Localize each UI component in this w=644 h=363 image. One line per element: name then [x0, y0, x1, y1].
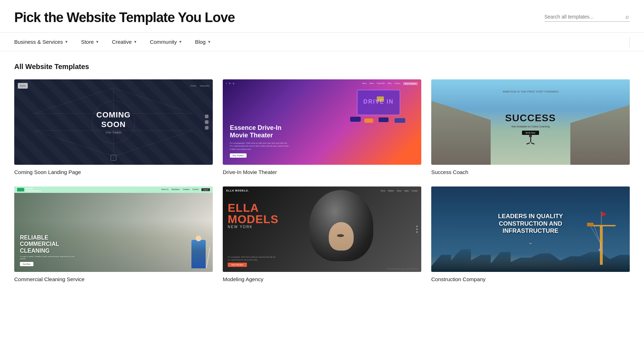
co-headline: LEADERS IN QUALITYCONSTRUCTION ANDINFRAS… [498, 213, 563, 235]
template-thumbnail-cleaning: PLOVERCleaning Services About Us Workpla… [14, 186, 213, 272]
cl-sub: Create a clean, healthy work environment… [20, 256, 77, 260]
nav-label-business-services: Business & Services [14, 39, 63, 45]
svg-line-19 [591, 226, 601, 243]
page-title: Pick the Website Template You Love [14, 10, 235, 25]
nav-item-community[interactable]: Community ▼ [143, 33, 189, 51]
svg-rect-22 [599, 249, 602, 251]
search-input[interactable] [544, 14, 623, 20]
cs-headline: COMINGSOON [96, 110, 131, 129]
template-name-success-coach: Success Coach [431, 169, 630, 175]
svg-rect-20 [587, 223, 593, 226]
nav-label-creative: Creative [112, 39, 132, 45]
nav-item-creative[interactable]: Creative ▼ [105, 33, 143, 51]
cl-worker-figure [191, 240, 206, 268]
cs-sub: STAY TUNED! [106, 131, 122, 134]
template-card-construction[interactable]: SPHERECONSTRUCTIONS HOME SERVICES ABOUT … [431, 186, 630, 282]
template-thumbnail-modeling: ELLA MODELS. Home Models About Apply Con… [223, 186, 421, 272]
svg-line-18 [594, 226, 601, 243]
nav-label-blog: Blog [195, 39, 206, 45]
template-card-modeling[interactable]: ELLA MODELS. Home Models About Apply Con… [223, 186, 421, 282]
template-name-coming-soon: Coming Soon Landing Page [14, 169, 213, 175]
template-name-cleaning: Commercial Cleaning Service [14, 276, 213, 282]
template-thumbnail-coming-soon: Skyline Home Subscribe [14, 79, 213, 165]
template-name-modeling: Modeling Agency [223, 276, 421, 282]
svg-marker-24 [601, 211, 607, 217]
nav-item-store[interactable]: Store ▼ [75, 33, 106, 51]
sc-sub: Now Available for Online Coaching [511, 125, 550, 128]
chevron-down-icon: ▼ [65, 40, 68, 44]
ma-headline: ELLAMODELS [228, 202, 279, 225]
template-card-cleaning[interactable]: PLOVERCleaning Services About Us Workpla… [14, 186, 213, 282]
cl-btn: See More [20, 262, 33, 266]
chevron-down-icon: ▼ [207, 40, 211, 44]
templates-grid: Skyline Home Subscribe [14, 79, 630, 282]
template-thumbnail-drivein: f tw ig About News Snack Bar Blog Contac… [223, 79, 421, 165]
chevron-down-icon: ▼ [133, 40, 137, 44]
chevron-down-icon: ▼ [96, 40, 99, 44]
category-nav: Business & Services ▼ Store ▼ Creative ▼… [0, 33, 644, 51]
template-card-coming-soon[interactable]: Skyline Home Subscribe [14, 79, 213, 175]
nav-divider [629, 37, 630, 47]
nav-item-blog[interactable]: Blog ▼ [189, 33, 217, 51]
cl-headline: RELIABLECOMMERCIALCLEANING [20, 235, 59, 254]
template-card-drivein[interactable]: f tw ig About News Snack Bar Blog Contac… [223, 79, 421, 175]
template-name-drivein: Drive-In Movie Theater [223, 169, 421, 175]
template-name-construction: Construction Company [431, 276, 630, 282]
search-area[interactable]: ⌕ [544, 14, 630, 22]
ma-mini-nav: ELLA MODELS. Home Models About Apply Con… [226, 189, 418, 192]
chevron-down-icon: ▼ [179, 40, 182, 44]
template-thumbnail-success-coach: ALLAN JOHNSON HomeAboutServicesMotivatio… [431, 79, 630, 165]
nav-item-business-services[interactable]: Business & Services ▼ [14, 33, 75, 51]
page-header: Pick the Website Template You Love ⌕ [0, 0, 644, 33]
svg-rect-16 [600, 226, 603, 265]
section-title: All Website Templates [14, 63, 630, 71]
main-content: All Website Templates Skyline Home Subsc… [0, 51, 644, 294]
ma-location: NEW YORK [228, 225, 253, 229]
nav-label-community: Community [150, 39, 177, 45]
di-headline: Essence Drive-InMovie Theater [230, 124, 281, 140]
di-btn: Buy Tickets [230, 153, 247, 158]
nav-label-store: Store [81, 39, 94, 45]
template-card-success-coach[interactable]: ALLAN JOHNSON HomeAboutServicesMotivatio… [431, 79, 630, 175]
sc-headline: SUCCESS [505, 113, 556, 124]
template-thumbnail-construction: SPHERECONSTRUCTIONS HOME SERVICES ABOUT … [431, 186, 630, 272]
search-icon: ⌕ [625, 14, 629, 20]
di-para: I'm a paragraph. Click here to add your … [230, 142, 289, 151]
